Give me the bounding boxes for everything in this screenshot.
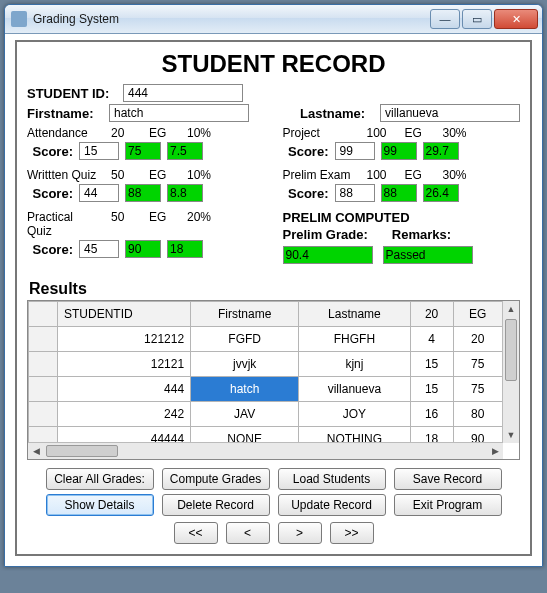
firstname-input[interactable] — [109, 104, 249, 122]
attendance-eg: 75 — [125, 142, 161, 160]
table-cell[interactable]: 15 — [410, 377, 453, 402]
written-score-label: Score: — [27, 186, 73, 201]
prelim-computed-title: PRELIM COMPUTED — [283, 210, 521, 225]
project-title: Project — [283, 126, 357, 140]
project-score-input[interactable] — [335, 142, 375, 160]
table-cell[interactable]: 16 — [410, 402, 453, 427]
table-row[interactable]: 12121jvvjkkjnj1575 — [29, 352, 503, 377]
attendance-score-label: Score: — [27, 144, 73, 159]
scroll-down-icon[interactable]: ▼ — [503, 427, 519, 443]
column-header[interactable]: STUDENTID — [58, 302, 191, 327]
table-row[interactable]: 121212FGFDFHGFH420 — [29, 327, 503, 352]
clear-grades-button[interactable]: Clear All Grades: — [46, 468, 154, 490]
table-row[interactable]: 242JAVJOY1680 — [29, 402, 503, 427]
hscroll-thumb[interactable] — [46, 445, 118, 457]
attendance-pct: 10% — [187, 126, 215, 140]
attendance-max: 20 — [111, 126, 139, 140]
attendance-title: Attendance — [27, 126, 101, 140]
table-cell[interactable]: 75 — [453, 352, 502, 377]
attendance-weighted: 7.5 — [167, 142, 203, 160]
app-icon — [11, 11, 27, 27]
table-cell[interactable]: JOY — [299, 402, 410, 427]
student-id-input[interactable] — [123, 84, 243, 102]
scroll-up-icon[interactable]: ▲ — [503, 301, 519, 317]
scroll-right-icon[interactable]: ▶ — [487, 443, 503, 459]
nav-next-button[interactable]: > — [278, 522, 322, 544]
vscroll-thumb[interactable] — [505, 319, 517, 381]
practical-weighted: 18 — [167, 240, 203, 258]
nav-first-button[interactable]: << — [174, 522, 218, 544]
column-header[interactable]: Firstname — [191, 302, 299, 327]
lastname-input[interactable] — [380, 104, 520, 122]
page-title: STUDENT RECORD — [27, 50, 520, 78]
remarks-value: Passed — [383, 246, 473, 264]
update-record-button[interactable]: Update Record — [278, 494, 386, 516]
horizontal-scrollbar[interactable]: ◀ ▶ — [28, 442, 503, 459]
remarks-label: Remarks: — [392, 227, 451, 242]
minimize-button[interactable]: — — [430, 9, 460, 29]
table-cell[interactable]: FHGFH — [299, 327, 410, 352]
written-score-input[interactable] — [79, 184, 119, 202]
written-title: Writtten Quiz — [27, 168, 101, 182]
table-cell[interactable]: 20 — [453, 327, 502, 352]
table-cell[interactable]: villanueva — [299, 377, 410, 402]
load-students-button[interactable]: Load Students — [278, 468, 386, 490]
attendance-score-input[interactable] — [79, 142, 119, 160]
table-cell[interactable]: 75 — [453, 377, 502, 402]
table-cell[interactable]: FGFD — [191, 327, 299, 352]
project-score-label: Score: — [283, 144, 329, 159]
practical-pct: 20% — [187, 210, 215, 224]
table-row[interactable]: 444hatchvillanueva1575 — [29, 377, 503, 402]
maximize-button[interactable]: ▭ — [462, 9, 492, 29]
written-max: 50 — [111, 168, 139, 182]
main-panel: STUDENT RECORD STUDENT ID: Firstname: La… — [15, 40, 532, 556]
nav-last-button[interactable]: >> — [330, 522, 374, 544]
window-title: Grading System — [33, 12, 430, 26]
exit-program-button[interactable]: Exit Program — [394, 494, 502, 516]
vertical-scrollbar[interactable]: ▲ ▼ — [502, 301, 519, 443]
table-cell[interactable]: kjnj — [299, 352, 410, 377]
table-cell[interactable]: 4 — [410, 327, 453, 352]
written-eg-label: EG — [149, 168, 177, 182]
titlebar: Grading System — ▭ ✕ — [5, 5, 542, 34]
written-eg: 88 — [125, 184, 161, 202]
save-record-button[interactable]: Save Record — [394, 468, 502, 490]
prelim-score-input[interactable] — [335, 184, 375, 202]
table-cell[interactable]: hatch — [191, 377, 299, 402]
written-weighted: 8.8 — [167, 184, 203, 202]
show-details-button[interactable]: Show Details — [46, 494, 154, 516]
table-cell[interactable]: 12121 — [58, 352, 191, 377]
table-cell[interactable]: 121212 — [58, 327, 191, 352]
results-grid[interactable]: STUDENTIDFirstnameLastname20EG121212FGFD… — [27, 300, 520, 460]
prelim-weighted: 26.4 — [423, 184, 459, 202]
project-eg-label: EG — [405, 126, 433, 140]
prelim-pct: 30% — [443, 168, 471, 182]
prelim-eg: 88 — [381, 184, 417, 202]
table-cell[interactable]: 15 — [410, 352, 453, 377]
practical-title: Practical Quiz — [27, 210, 101, 238]
table-cell[interactable]: jvvjk — [191, 352, 299, 377]
app-window: Grading System — ▭ ✕ STUDENT RECORD STUD… — [4, 4, 543, 567]
scroll-left-icon[interactable]: ◀ — [28, 443, 44, 459]
practical-eg: 90 — [125, 240, 161, 258]
prelim-score-label: Score: — [283, 186, 329, 201]
column-header[interactable]: Lastname — [299, 302, 410, 327]
prelim-grade-label: Prelim Grade: — [283, 227, 368, 242]
table-cell[interactable]: JAV — [191, 402, 299, 427]
column-header[interactable]: 20 — [410, 302, 453, 327]
prelim-eg-label: EG — [405, 168, 433, 182]
practical-eg-label: EG — [149, 210, 177, 224]
compute-grades-button[interactable]: Compute Grades — [162, 468, 270, 490]
nav-prev-button[interactable]: < — [226, 522, 270, 544]
student-id-label: STUDENT ID: — [27, 86, 123, 101]
practical-max: 50 — [111, 210, 139, 224]
delete-record-button[interactable]: Delete Record — [162, 494, 270, 516]
practical-score-input[interactable] — [79, 240, 119, 258]
prelim-max: 100 — [367, 168, 395, 182]
table-cell[interactable]: 444 — [58, 377, 191, 402]
close-button[interactable]: ✕ — [494, 9, 538, 29]
table-cell[interactable]: 242 — [58, 402, 191, 427]
table-cell[interactable]: 80 — [453, 402, 502, 427]
column-header[interactable]: EG — [453, 302, 502, 327]
firstname-label: Firstname: — [27, 106, 101, 121]
